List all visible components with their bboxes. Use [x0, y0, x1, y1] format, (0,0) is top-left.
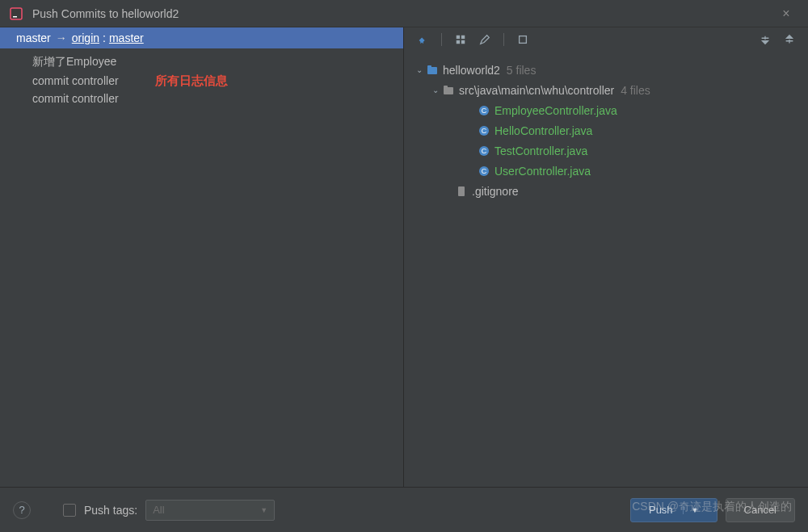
collapse-icon[interactable] [781, 31, 798, 48]
chevron-down-icon[interactable]: ⌄ [430, 86, 441, 94]
svg-rect-1 [13, 16, 17, 18]
svg-rect-19 [458, 186, 465, 196]
select-value: All [153, 504, 164, 516]
java-class-icon: C [477, 165, 491, 177]
file-icon [454, 186, 469, 197]
arrow-right-icon: → [56, 31, 67, 44]
file-name: EmployeeController.java [494, 104, 617, 117]
toolbar-separator [441, 33, 442, 46]
tree-folder[interactable]: ⌄ src\java\main\cn\whu\controller 4 file… [414, 80, 808, 100]
chevron-down-icon: ▼ [260, 506, 267, 514]
svg-rect-7 [427, 67, 437, 74]
branch-row[interactable]: master → origin : master [0, 27, 403, 48]
folder-path: src\java\main\cn\whu\controller [459, 84, 614, 97]
svg-rect-5 [461, 40, 465, 44]
main-content: master → origin : master 新增了Employee com… [0, 27, 808, 502]
intellij-icon [10, 7, 23, 20]
close-icon[interactable]: × [774, 6, 798, 21]
svg-rect-3 [461, 36, 465, 39]
cancel-button[interactable]: Cancel [726, 498, 795, 522]
svg-text:C: C [482, 167, 487, 175]
group-icon[interactable] [452, 31, 469, 48]
root-name: helloworld2 [443, 64, 500, 77]
branch-separator: : [103, 31, 106, 44]
svg-rect-0 [11, 8, 22, 19]
tree-file[interactable]: .gitignore [414, 181, 808, 201]
java-class-icon: C [477, 105, 491, 116]
remote-name[interactable]: origin [72, 31, 99, 44]
svg-rect-6 [520, 36, 527, 44]
window-title: Push Commits to helloworld2 [32, 7, 774, 20]
svg-rect-9 [444, 87, 453, 94]
project-icon [425, 65, 440, 76]
cancel-button-label: Cancel [744, 504, 776, 516]
file-name: .gitignore [472, 185, 519, 198]
footer: ? Push tags: All ▼ Push ▼ Cancel [0, 487, 808, 532]
help-button[interactable]: ? [13, 501, 31, 519]
files-panel: ⌄ helloworld2 5 files ⌄ src\java\main\cn… [404, 27, 808, 502]
folder-count: 4 files [621, 84, 650, 97]
svg-text:C: C [482, 127, 487, 135]
file-tree: ⌄ helloworld2 5 files ⌄ src\java\main\cn… [404, 52, 808, 201]
tree-file[interactable]: C TestController.java [414, 140, 808, 161]
push-tags-checkbox[interactable] [63, 504, 76, 517]
java-class-icon: C [477, 125, 491, 136]
titlebar: Push Commits to helloworld2 × [0, 0, 808, 27]
diff-icon[interactable] [514, 31, 532, 48]
tree-file[interactable]: C EmployeeController.java [414, 100, 808, 120]
push-tags-label: Push tags: [84, 504, 137, 517]
svg-text:C: C [482, 107, 487, 115]
svg-text:C: C [482, 147, 487, 155]
tree-file[interactable]: C UserController.java [414, 161, 808, 181]
tree-file[interactable]: C HelloController.java [414, 120, 808, 140]
push-tags-select[interactable]: All ▼ [145, 500, 275, 521]
commit-item[interactable]: commit controller [0, 90, 403, 107]
tree-root[interactable]: ⌄ helloworld2 5 files [414, 60, 808, 80]
toolbar-separator [503, 33, 504, 46]
commits-panel: master → origin : master 新增了Employee com… [0, 27, 404, 502]
file-name: HelloController.java [494, 124, 592, 137]
chevron-down-icon[interactable]: ⌄ [414, 65, 425, 74]
push-tags-group: Push tags: All ▼ [63, 500, 275, 521]
files-toolbar [404, 27, 808, 52]
svg-rect-10 [444, 86, 448, 88]
commit-item[interactable]: 新增了Employee [0, 52, 403, 72]
push-button-label: Push [649, 504, 673, 516]
svg-rect-4 [457, 40, 460, 44]
folder-icon [441, 85, 456, 96]
root-count: 5 files [507, 64, 537, 77]
pin-icon[interactable] [414, 31, 431, 48]
annotation-logs: 所有日志信息 [155, 73, 228, 89]
remote-branch[interactable]: master [109, 31, 144, 44]
svg-rect-2 [457, 36, 460, 39]
java-class-icon: C [477, 145, 491, 157]
expand-icon[interactable] [756, 31, 774, 48]
local-branch: master [16, 31, 51, 44]
chevron-down-icon[interactable]: ▼ [683, 506, 699, 514]
edit-icon[interactable] [476, 31, 494, 48]
file-name: UserController.java [494, 165, 591, 178]
push-button[interactable]: Push ▼ [630, 498, 718, 522]
svg-rect-8 [427, 65, 431, 68]
file-name: TestController.java [494, 145, 587, 157]
